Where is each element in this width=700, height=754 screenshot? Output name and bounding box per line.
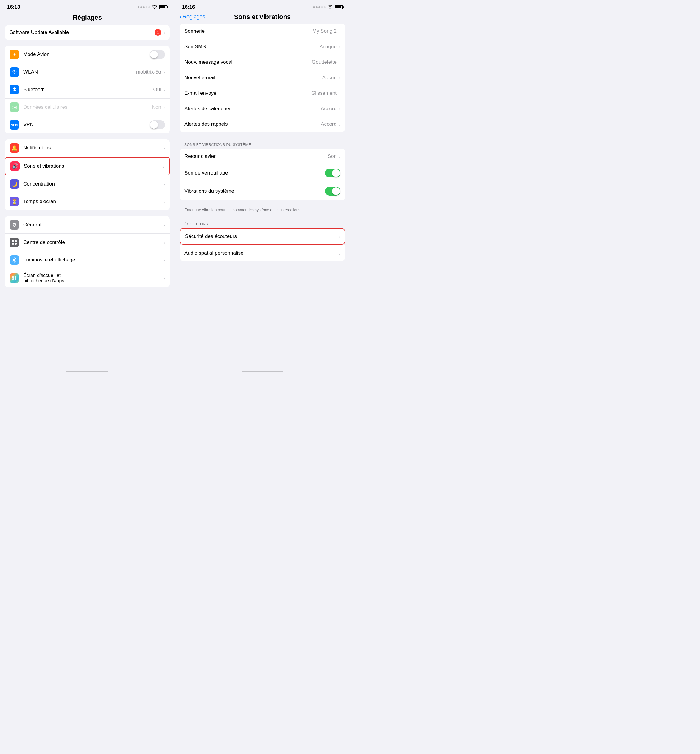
- retour-clavier-row[interactable]: Retour clavier Son ›: [180, 148, 345, 164]
- securite-ecouteurs-row[interactable]: Sécurité des écouteurs ›: [180, 229, 345, 244]
- bluetooth-icon: [9, 85, 19, 94]
- alertes-calendrier-row[interactable]: Alertes de calendrier Accord ›: [180, 101, 345, 116]
- sons-chevron: ›: [163, 164, 164, 169]
- donnees-row[interactable]: ((•)) Données cellulaires Non ›: [5, 98, 170, 116]
- luminosite-chevron: ›: [164, 258, 165, 263]
- son-verrouillage-label: Son de verrouillage: [184, 170, 325, 176]
- wlan-row[interactable]: WLAN mobitrix-5g ›: [5, 63, 170, 81]
- mode-avion-row[interactable]: ✈ Mode Avion: [5, 46, 170, 63]
- right-home-indicator: [175, 368, 350, 377]
- right-page-title: Sons et vibrations: [234, 13, 291, 21]
- email-envoye-chevron: ›: [339, 91, 341, 95]
- svg-rect-13: [12, 276, 14, 278]
- bluetooth-row[interactable]: Bluetooth Oui ›: [5, 81, 170, 98]
- sonnerie-row[interactable]: Sonnerie My Song 2 ›: [180, 23, 345, 39]
- system-section-label: SONS ET VIBRATIONS DU SYSTÈME: [180, 138, 345, 148]
- bluetooth-value: Oui: [153, 87, 161, 93]
- right-status-icons: [313, 5, 343, 10]
- back-label[interactable]: Réglages: [183, 14, 205, 20]
- wlan-value: mobitrix-5g: [136, 69, 161, 75]
- vibrations-systeme-row[interactable]: Vibrations du système: [180, 182, 345, 200]
- sons-icon: 🔊: [10, 161, 20, 171]
- svg-line-11: [16, 259, 16, 259]
- alertes-rappels-row[interactable]: Alertes des rappels Accord ›: [180, 116, 345, 132]
- audio-spatial-card: Audio spatial personnalisé ›: [180, 245, 345, 261]
- mode-avion-icon: ✈: [9, 50, 19, 59]
- ecran-accueil-row[interactable]: Écran d'accueil etbibliothèque d'apps ›: [5, 269, 170, 287]
- svg-rect-14: [15, 276, 16, 278]
- securite-ecouteurs-card: Sécurité des écouteurs ›: [180, 228, 345, 245]
- mode-avion-toggle[interactable]: [150, 50, 165, 59]
- audio-spatial-chevron: ›: [339, 251, 341, 256]
- donnees-chevron: ›: [164, 105, 165, 110]
- software-update-label: Software Update Available: [9, 30, 155, 36]
- notifications-icon: 🔔: [9, 143, 19, 153]
- wifi-icon: [152, 5, 157, 10]
- general-row[interactable]: ⚙ Général ›: [5, 216, 170, 234]
- son-sms-chevron: ›: [339, 44, 341, 49]
- sons-label: Sons et vibrations: [24, 163, 163, 169]
- email-envoye-row[interactable]: E-mail envoyé Glissement ›: [180, 86, 345, 101]
- left-status-icons: [138, 5, 167, 10]
- nouvel-email-row[interactable]: Nouvel e-mail Aucun ›: [180, 70, 345, 86]
- audio-spatial-row[interactable]: Audio spatial personnalisé ›: [180, 245, 345, 261]
- vibrations-systeme-label: Vibrations du système: [184, 188, 325, 194]
- wlan-chevron: ›: [164, 70, 165, 75]
- software-update-chevron: ›: [164, 30, 165, 35]
- temps-ecran-chevron: ›: [164, 199, 165, 204]
- vibrations-systeme-toggle[interactable]: [325, 187, 341, 196]
- son-verrouillage-toggle[interactable]: [325, 169, 341, 178]
- bluetooth-chevron: ›: [164, 87, 165, 92]
- back-button[interactable]: ‹ Réglages: [180, 14, 205, 20]
- vpn-row[interactable]: VPN VPN: [5, 116, 170, 133]
- concentration-row[interactable]: 🌙 Concentration ›: [5, 175, 170, 193]
- signal-icon: [138, 6, 150, 8]
- luminosite-row[interactable]: Luminosité et affichage ›: [5, 251, 170, 269]
- temps-ecran-icon: ⏳: [9, 197, 19, 206]
- nouvel-email-chevron: ›: [339, 75, 341, 80]
- left-status-bar: 16:13: [0, 0, 175, 12]
- son-verrouillage-row[interactable]: Son de verrouillage: [180, 164, 345, 182]
- audio-spatial-label: Audio spatial personnalisé: [184, 250, 339, 256]
- svg-rect-1: [15, 240, 17, 242]
- son-sms-row[interactable]: Son SMS Antique ›: [180, 39, 345, 55]
- sons-vibrations-row[interactable]: 🔊 Sons et vibrations ›: [5, 157, 170, 175]
- ecran-accueil-label: Écran d'accueil etbibliothèque d'apps: [23, 273, 164, 284]
- general-label: Général: [23, 222, 164, 228]
- vpn-icon: VPN: [9, 120, 19, 130]
- left-time: 16:13: [7, 4, 20, 10]
- right-content: Sonnerie My Song 2 › Son SMS Antique › N…: [175, 23, 350, 368]
- temps-ecran-label: Temps d'écran: [23, 198, 164, 205]
- temps-ecran-row[interactable]: ⏳ Temps d'écran ›: [5, 193, 170, 210]
- controle-row[interactable]: Centre de contrôle ›: [5, 234, 170, 251]
- left-nav-header: Réglages: [0, 12, 175, 25]
- notifications-row[interactable]: 🔔 Notifications ›: [5, 139, 170, 157]
- left-panel: 16:13 Réglages: [0, 0, 175, 377]
- general-chevron: ›: [164, 222, 165, 228]
- system-section: Retour clavier Son › Son de verrouillage…: [180, 148, 345, 200]
- alertes-calendrier-value: Accord: [321, 106, 337, 112]
- svg-line-10: [16, 261, 16, 262]
- bluetooth-label: Bluetooth: [23, 87, 153, 93]
- email-envoye-label: E-mail envoyé: [184, 90, 311, 96]
- ecran-accueil-chevron: ›: [164, 276, 165, 281]
- donnees-icon: ((•)): [9, 102, 19, 112]
- concentration-label: Concentration: [23, 181, 164, 187]
- svg-point-4: [13, 259, 16, 261]
- right-panel: 16:16 ‹ Réglages: [175, 0, 350, 377]
- sonnerie-value: My Song 2: [312, 28, 337, 34]
- mode-avion-label: Mode Avion: [23, 52, 150, 58]
- software-update-row[interactable]: Software Update Available 1 ›: [5, 25, 170, 40]
- alertes-calendrier-label: Alertes de calendrier: [184, 106, 321, 112]
- alertes-rappels-chevron: ›: [339, 122, 341, 127]
- right-battery-icon: [334, 5, 343, 9]
- svg-line-9: [13, 259, 13, 259]
- software-update-badge: 1: [155, 29, 161, 36]
- vpn-toggle[interactable]: [150, 120, 165, 129]
- network-section: ✈ Mode Avion WLAN mobitrix-5g ›: [5, 46, 170, 133]
- nouv-message-row[interactable]: Nouv. message vocal Gouttelette ›: [180, 55, 345, 70]
- securite-ecouteurs-chevron: ›: [338, 234, 340, 239]
- controle-chevron: ›: [164, 240, 165, 245]
- right-time: 16:16: [182, 4, 195, 10]
- general-section: ⚙ Général › Centre de contrôle ›: [5, 216, 170, 287]
